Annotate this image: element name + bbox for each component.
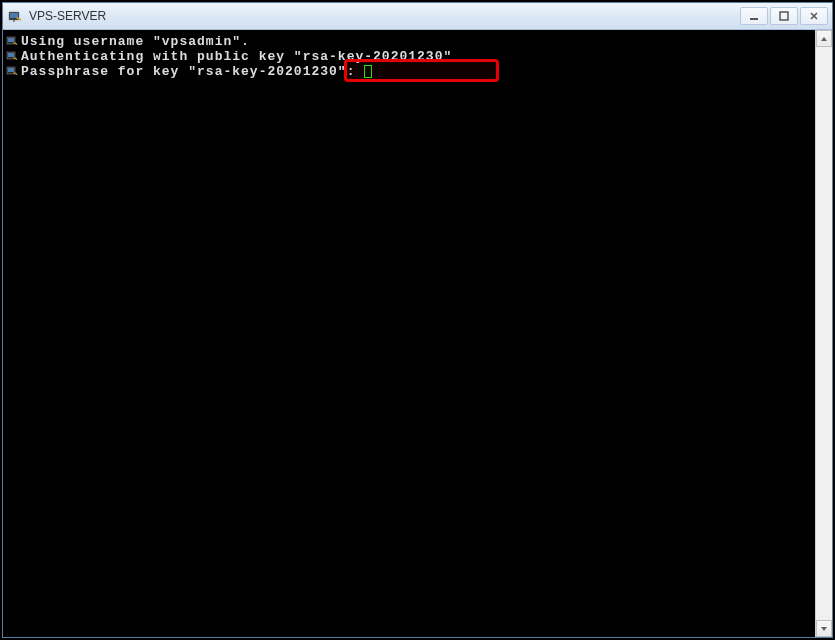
titlebar[interactable]: VPS-SERVER xyxy=(3,3,832,30)
terminal[interactable]: Using username "vpsadmin". Authenticatin… xyxy=(3,30,815,637)
putty-line-icon xyxy=(5,65,19,79)
maximize-button[interactable] xyxy=(770,7,798,25)
terminal-cursor xyxy=(364,65,372,78)
terminal-line: Authenticating with public key "rsa-key-… xyxy=(5,49,813,64)
scrollbar-up-button[interactable] xyxy=(816,30,832,47)
svg-rect-10 xyxy=(8,53,14,57)
putty-line-icon xyxy=(5,35,19,49)
putty-line-icon xyxy=(5,50,19,64)
svg-rect-7 xyxy=(8,38,14,42)
scrollbar-down-button[interactable] xyxy=(816,620,832,637)
terminal-line: Passphrase for key "rsa-key-20201230": xyxy=(5,64,813,79)
minimize-button[interactable] xyxy=(740,7,768,25)
content-wrapper: Using username "vpsadmin". Authenticatin… xyxy=(3,30,832,637)
close-button[interactable] xyxy=(800,7,828,25)
putty-window: VPS-SERVER Using username "vpsadmin". xyxy=(2,2,833,638)
terminal-line: Using username "vpsadmin". xyxy=(5,34,813,49)
svg-rect-13 xyxy=(8,68,14,72)
vertical-scrollbar[interactable] xyxy=(815,30,832,637)
svg-rect-3 xyxy=(13,20,15,22)
window-controls xyxy=(740,7,828,25)
svg-rect-4 xyxy=(750,18,758,20)
svg-rect-5 xyxy=(780,12,788,20)
scrollbar-track[interactable] xyxy=(816,47,832,620)
terminal-text: Authenticating with public key "rsa-key-… xyxy=(21,49,452,64)
putty-icon xyxy=(7,8,23,24)
terminal-text: Passphrase for key "rsa-key-20201230": xyxy=(21,64,364,79)
window-title: VPS-SERVER xyxy=(29,9,740,23)
svg-rect-1 xyxy=(10,13,18,18)
terminal-text: Using username "vpsadmin". xyxy=(21,34,250,49)
